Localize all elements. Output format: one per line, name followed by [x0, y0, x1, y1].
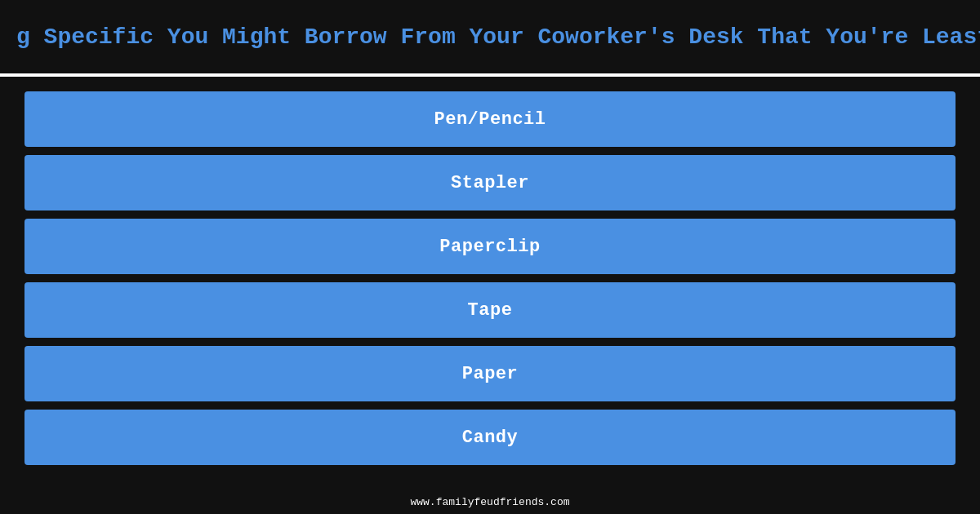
answer-row[interactable]: Candy: [24, 410, 956, 465]
answer-row[interactable]: Pen/Pencil: [24, 91, 956, 147]
answer-label: Pen/Pencil: [434, 109, 546, 130]
footer-url: www.familyfeudfriends.com: [410, 496, 569, 508]
answers-container: Pen/PencilStaplerPaperclipTapePaperCandy: [0, 77, 980, 490]
answer-row[interactable]: Stapler: [24, 155, 956, 210]
footer: www.familyfeudfriends.com: [0, 490, 980, 514]
question-text: g Specific You Might Borrow From Your Co…: [16, 24, 980, 50]
answer-label: Stapler: [451, 173, 529, 193]
answer-row[interactable]: Paperclip: [24, 219, 956, 274]
answer-label: Paper: [462, 364, 519, 384]
answer-label: Tape: [468, 300, 513, 321]
answer-label: Candy: [462, 428, 519, 448]
answer-row[interactable]: Paper: [24, 346, 956, 401]
question-header: g Specific You Might Borrow From Your Co…: [0, 0, 980, 73]
answer-row[interactable]: Tape: [24, 282, 956, 338]
answer-label: Paperclip: [439, 237, 540, 257]
